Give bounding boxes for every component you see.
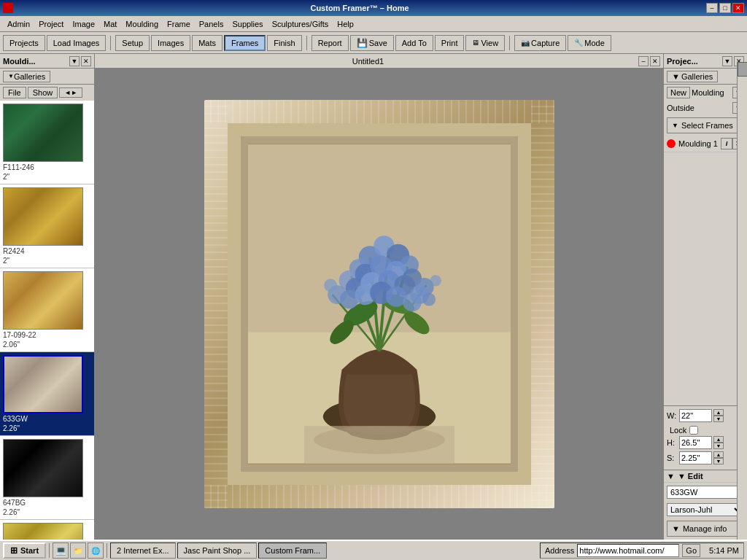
taskbar-internet-explorer[interactable]: 2 Internet Ex... <box>110 542 176 559</box>
quick-launch-1[interactable]: 💻 <box>53 542 69 559</box>
toolbar-separator-1 <box>110 36 111 50</box>
moulding-scrollbar[interactable] <box>737 62 747 540</box>
left-panel-header: Mouldi... ▼ ✕ <box>0 54 94 69</box>
list-item[interactable]: 17-099-22 2.06" <box>0 268 94 352</box>
print-button[interactable]: Print <box>435 35 465 51</box>
right-panel-expand-btn[interactable]: ▼ <box>722 56 732 66</box>
mats-button[interactable]: Mats <box>192 35 222 51</box>
canvas-area: Untitled1 – ✕ <box>95 54 663 540</box>
moulding-size: 2" <box>3 257 91 265</box>
width-input[interactable] <box>679 409 712 422</box>
images-button[interactable]: Images <box>151 35 190 51</box>
list-item[interactable]: 647BG 2.26" <box>0 436 94 520</box>
galleries-dropdown-btn[interactable]: ▼ Galleries <box>3 71 50 82</box>
taskbar-paint-shop[interactable]: Jasc Paint Shop ... <box>177 542 258 559</box>
width-up-btn[interactable]: ▲ <box>713 409 724 416</box>
width-row: W: ▲ ▼ <box>667 409 744 422</box>
add-to-button[interactable]: Add To <box>395 35 433 51</box>
new-btn[interactable]: New <box>667 87 690 98</box>
menu-item-frame[interactable]: Frame <box>163 18 195 30</box>
size-stepper: ▲ ▼ <box>713 451 724 464</box>
menu-item-project[interactable]: Project <box>34 18 68 30</box>
size-up-btn[interactable]: ▲ <box>713 451 724 458</box>
menu-item-moulding[interactable]: Moulding <box>121 18 163 30</box>
quick-launch-2[interactable]: 📁 <box>70 542 86 559</box>
dimensions-section: W: ▲ ▼ Lock H: ▲ ▼ S: <box>664 405 747 470</box>
doc-close-btn[interactable]: ✕ <box>650 56 660 66</box>
menu-item-panels[interactable]: Panels <box>195 18 228 30</box>
address-bar[interactable] <box>577 544 679 557</box>
dropdown-arrow-icon: ▼ <box>672 72 680 81</box>
svg-point-36 <box>422 293 436 306</box>
outside-row: Outside ▼ <box>664 101 747 115</box>
frame-decoration-top <box>204 100 554 123</box>
main-area: Mouldi... ▼ ✕ ▼ Galleries File Show ◄► F… <box>0 54 747 540</box>
left-panel-title: Mouldi... <box>3 57 36 66</box>
height-down-btn[interactable]: ▼ <box>713 443 724 449</box>
close-btn[interactable]: ✕ <box>732 3 744 13</box>
menu-item-supplies[interactable]: Supplies <box>228 18 267 30</box>
list-item[interactable] <box>0 520 94 540</box>
artwork-svg <box>248 144 511 464</box>
quick-launch-3[interactable]: 🌐 <box>88 542 104 559</box>
doc-minimize-btn[interactable]: – <box>638 56 649 66</box>
height-input[interactable] <box>679 436 712 449</box>
view-button[interactable]: 🖥 View <box>465 35 505 51</box>
nav-btn[interactable]: ◄► <box>59 88 82 98</box>
frame-decoration-right <box>531 100 554 508</box>
menu-item-admin[interactable]: Admin <box>3 18 34 30</box>
start-button[interactable]: ⊞ Start <box>3 542 46 559</box>
left-panel-close-btn[interactable]: ✕ <box>81 56 91 66</box>
left-panel-expand-btn[interactable]: ▼ <box>69 56 80 66</box>
minimize-btn[interactable]: – <box>706 3 718 13</box>
select-frames-button[interactable]: ▼ Select Frames <box>667 117 744 133</box>
go-button[interactable]: Go <box>682 544 700 557</box>
inner-frame-border <box>241 136 518 472</box>
width-label: W: <box>667 411 678 420</box>
lock-checkbox[interactable] <box>689 426 698 435</box>
show-btn[interactable]: Show <box>28 87 58 98</box>
menu-item-sculptures[interactable]: Sculptures/Gifts <box>268 18 333 30</box>
manage-info-button[interactable]: ▼ Manage info <box>667 521 744 537</box>
width-down-btn[interactable]: ▼ <box>713 416 724 422</box>
artwork-canvas-area <box>95 69 663 540</box>
outer-frame <box>204 100 554 508</box>
frame-decoration-bottom <box>204 485 554 508</box>
maximize-btn[interactable]: □ <box>719 3 731 13</box>
setup-button[interactable]: Setup <box>115 35 150 51</box>
moulding-status-dot <box>667 139 676 148</box>
size-input[interactable] <box>679 451 712 464</box>
report-button[interactable]: Report <box>311 35 349 51</box>
mode-button[interactable]: 🔧 Mode <box>568 35 611 51</box>
right-galleries-dropdown[interactable]: ▼ Galleries <box>667 71 718 82</box>
save-button[interactable]: 💾 Save <box>350 35 394 51</box>
list-item[interactable]: F111-246 2" <box>0 101 94 184</box>
frames-button[interactable]: Frames <box>224 35 266 51</box>
list-item[interactable]: 633GW 2.26" <box>0 352 94 436</box>
height-up-btn[interactable]: ▲ <box>713 436 724 443</box>
load-images-button[interactable]: Load Images <box>47 35 107 51</box>
list-item[interactable]: R2424 2" <box>0 184 94 268</box>
mode-icon: 🔧 <box>574 39 583 47</box>
edit-header: ▼ ▼ Edit <box>664 470 747 483</box>
size-label: S: <box>667 454 678 462</box>
menu-item-image[interactable]: Image <box>68 18 99 30</box>
vendor-select[interactable]: Larson-Juhl <box>667 503 744 516</box>
svg-point-34 <box>403 293 422 312</box>
taskbar-custom-framer[interactable]: Custom Fram... <box>258 542 327 559</box>
menu-item-mat[interactable]: Mat <box>99 18 121 30</box>
moulding-edit-btn[interactable]: I <box>721 138 732 149</box>
menu-item-help[interactable]: Help <box>333 18 358 30</box>
edit-section: ▼ ▼ Edit 633GW Larson-Juhl <box>664 470 747 518</box>
finish-button[interactable]: Finish <box>267 35 301 51</box>
moulding-size: 2.26" <box>3 424 91 432</box>
size-down-btn[interactable]: ▼ <box>713 458 724 464</box>
camera-icon: 📷 <box>521 39 530 47</box>
new-moulding-row: New Moulding ▼ <box>664 85 747 101</box>
gallery-toolbar: File Show ◄► <box>0 85 94 101</box>
capture-button[interactable]: 📷 Capture <box>514 35 566 51</box>
file-btn[interactable]: File <box>3 87 26 98</box>
projects-button[interactable]: Projects <box>3 35 45 51</box>
vendor-row: Larson-Juhl <box>664 502 747 518</box>
right-gallery-header: ▼ Galleries <box>664 69 747 85</box>
